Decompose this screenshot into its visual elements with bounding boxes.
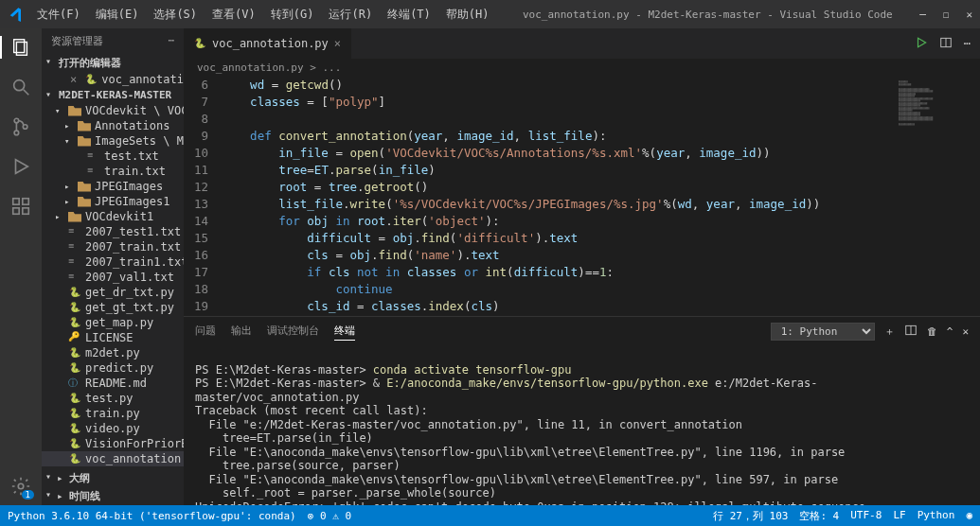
file-tree: ▾VOCdevkit \ VOC2007▸Annotations▾ImageSe…: [42, 103, 184, 469]
code-line[interactable]: cls = obj.find('name').text: [222, 247, 500, 264]
folder-root-section[interactable]: M2DET-KERAS-MASTER: [42, 87, 184, 103]
settings-icon[interactable]: 1: [9, 475, 32, 498]
tree-item[interactable]: 🐍video.py: [42, 421, 184, 436]
split-editor-icon[interactable]: [939, 36, 953, 52]
tree-item[interactable]: 🐍get_map.py: [42, 315, 184, 330]
code-line[interactable]: list_file.write('%s/VOCdevkit/VOC%s/JPEG…: [222, 196, 820, 213]
status-item[interactable]: ◉: [966, 509, 972, 523]
kill-terminal-icon[interactable]: 🗑: [927, 325, 937, 338]
minimize-button[interactable]: ─: [919, 9, 926, 21]
line-number: 19: [184, 298, 222, 315]
code-editor[interactable]: 6 wd = getcwd()7 classes = ["polyp"]89 d…: [184, 77, 895, 316]
outline-section[interactable]: ▸ 大纲: [42, 469, 184, 487]
svg-point-5: [14, 131, 19, 135]
tree-item-label: video.py: [85, 422, 140, 435]
run-file-icon[interactable]: [915, 36, 928, 52]
panel-tab[interactable]: 输出: [231, 322, 252, 341]
tree-item[interactable]: ≡2007_val1.txt: [42, 270, 184, 285]
minimap[interactable]: ████████ ███████████ ███████████████████…: [895, 77, 980, 316]
python-file-icon: 🐍: [68, 316, 81, 329]
svg-point-2: [14, 80, 25, 91]
run-debug-icon[interactable]: [9, 155, 32, 178]
status-item[interactable]: LF: [893, 509, 905, 523]
tree-item[interactable]: ≡2007_train.txt: [42, 239, 184, 254]
code-line[interactable]: in_file = open('VOCdevkit/VOC%s/Annotati…: [222, 145, 771, 162]
terminal[interactable]: PS E:\M2det-Keras-master> conda activate…: [184, 345, 980, 505]
maximize-button[interactable]: ☐: [943, 9, 950, 21]
tree-item[interactable]: ▸JPEGImages: [42, 179, 184, 194]
tree-item[interactable]: ▸VOCdevkit1: [42, 209, 184, 224]
extensions-icon[interactable]: [9, 195, 32, 218]
tree-item-label: JPEGImages: [95, 180, 163, 193]
menu-item[interactable]: 终端(T): [381, 4, 437, 26]
tree-item[interactable]: ≡train.txt: [42, 164, 184, 179]
code-line[interactable]: root = tree.getroot(): [222, 179, 428, 196]
code-line[interactable]: cls_id = classes.index(cls): [222, 298, 500, 315]
status-item[interactable]: Python: [918, 509, 955, 523]
python-file-icon: 🐍: [84, 73, 98, 86]
tree-item[interactable]: 🐍VisionForPriorBox.py: [42, 436, 184, 451]
tree-item-label: train.txt: [104, 165, 166, 178]
tree-item[interactable]: ▸Annotations: [42, 118, 184, 133]
panel-tab[interactable]: 调试控制台: [267, 322, 319, 341]
tree-item[interactable]: ≡2007_test1.txt: [42, 224, 184, 239]
menu-item[interactable]: 选择(S): [147, 4, 204, 26]
search-icon[interactable]: [9, 76, 32, 98]
code-line[interactable]: classes = ["polyp"]: [222, 94, 385, 111]
new-terminal-icon[interactable]: ＋: [884, 324, 895, 339]
tree-item[interactable]: 🐍m2det.py: [42, 345, 184, 360]
tree-item-label: 2007_train1.txt: [85, 255, 184, 269]
menu-item[interactable]: 运行(R): [322, 4, 379, 26]
timeline-section[interactable]: ▸ 时间线: [42, 487, 184, 505]
tree-item[interactable]: 🐍get_gt_txt.py: [42, 300, 184, 315]
tree-item[interactable]: 🐍predict.py: [42, 360, 184, 376]
tree-item[interactable]: ▾VOCdevkit \ VOC2007: [42, 103, 184, 118]
menu-item[interactable]: 编辑(E): [89, 4, 146, 26]
code-line[interactable]: continue: [222, 281, 393, 298]
status-item[interactable]: 空格: 4: [799, 509, 839, 523]
more-actions-icon[interactable]: ⋯: [964, 37, 971, 50]
more-icon[interactable]: ⋯: [168, 34, 174, 48]
close-tab-icon[interactable]: ×: [334, 37, 341, 50]
tree-item[interactable]: 🐍get_dr_txt.py: [42, 285, 184, 300]
code-line[interactable]: def convert_annotation(year, image_id, l…: [222, 128, 606, 145]
panel-tab[interactable]: 终端: [334, 322, 355, 341]
status-item[interactable]: Python 3.6.10 64-bit ('tensorflow-gpu': …: [8, 510, 296, 522]
status-item[interactable]: 行 27，列 103: [713, 509, 788, 523]
menu-item[interactable]: 查看(V): [205, 4, 262, 26]
maximize-panel-icon[interactable]: ^: [947, 325, 953, 338]
tree-item[interactable]: 🐍voc_annotation.py: [42, 451, 184, 466]
tree-item[interactable]: 🐍train.py: [42, 406, 184, 421]
code-line[interactable]: tree=ET.parse(in_file): [222, 162, 436, 179]
breadcrumb[interactable]: voc_annotation.py > ...: [184, 59, 980, 77]
close-panel-icon[interactable]: ✕: [962, 325, 969, 338]
tree-item[interactable]: ≡test.txt: [42, 149, 184, 164]
tree-item[interactable]: ▸JPEGImages1: [42, 194, 184, 209]
editor-tab[interactable]: 🐍voc_annotation.py×: [184, 28, 351, 59]
menu-item[interactable]: 转到(G): [264, 4, 321, 26]
svg-rect-8: [13, 199, 19, 204]
tree-item[interactable]: ⓘREADME.md: [42, 376, 184, 391]
menu-item[interactable]: 文件(F): [30, 4, 87, 26]
explorer-icon[interactable]: [9, 36, 32, 59]
terminal-selector[interactable]: 1: Python: [771, 323, 875, 341]
tree-item[interactable]: 🐍test.py: [42, 391, 184, 406]
code-line[interactable]: if cls not in classes or int(difficult)=…: [222, 264, 614, 281]
code-line[interactable]: difficult = obj.find('difficult').text: [222, 230, 578, 247]
folder-icon: [78, 119, 91, 132]
status-item[interactable]: ⊗ 0 ⚠ 0: [308, 510, 351, 522]
code-line[interactable]: wd = getcwd(): [222, 77, 343, 94]
tree-item[interactable]: ▾ImageSets \ Main: [42, 133, 184, 149]
tree-item[interactable]: ≡2007_train1.txt: [42, 254, 184, 270]
open-editor-item[interactable]: voc_annotation.py: [101, 73, 184, 86]
split-terminal-icon[interactable]: [904, 324, 918, 340]
tree-item[interactable]: 🔑LICENSE: [42, 330, 184, 345]
menu-item[interactable]: 帮助(H): [439, 4, 496, 26]
status-item[interactable]: UTF-8: [850, 509, 882, 523]
code-line[interactable]: for obj in root.iter('object'):: [222, 213, 500, 230]
panel-tab[interactable]: 问题: [195, 322, 216, 341]
close-icon[interactable]: ×: [70, 73, 77, 86]
source-control-icon[interactable]: [9, 115, 32, 138]
close-button[interactable]: ✕: [966, 9, 972, 21]
open-editors-section[interactable]: 打开的编辑器: [42, 54, 184, 72]
